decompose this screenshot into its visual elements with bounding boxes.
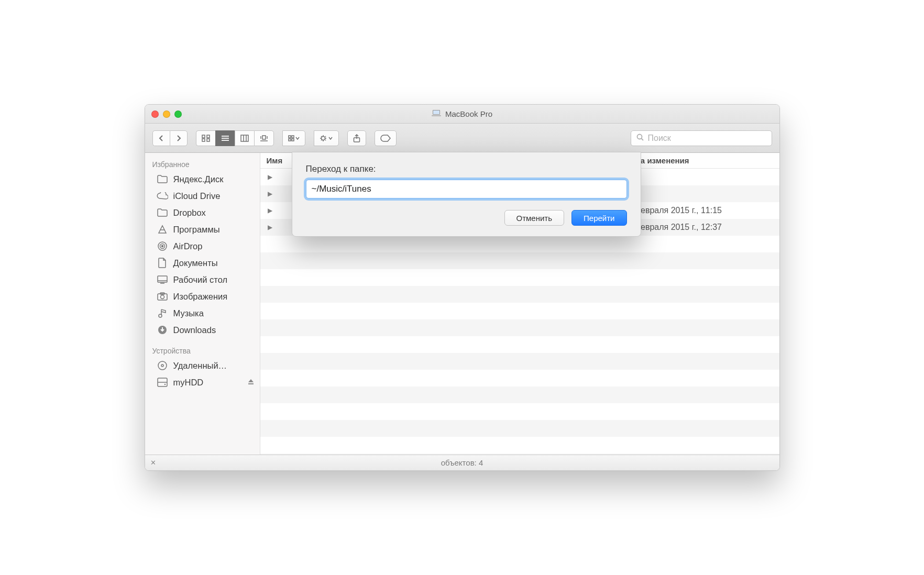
svg-rect-19 bbox=[289, 139, 291, 141]
svg-rect-6 bbox=[207, 139, 210, 141]
view-columns-button[interactable] bbox=[235, 130, 254, 146]
sidebar-item-label: Dropbox bbox=[173, 208, 206, 218]
svg-rect-4 bbox=[207, 135, 210, 138]
sidebar-item-label: Изображения bbox=[173, 292, 228, 302]
sidebar-item-label: Удаленный… bbox=[173, 361, 227, 371]
arrange-segment bbox=[282, 130, 305, 146]
camera-icon bbox=[157, 291, 168, 302]
sidebar-item-label: Downloads bbox=[173, 325, 216, 335]
svg-point-23 bbox=[637, 134, 642, 139]
svg-rect-20 bbox=[292, 139, 294, 141]
status-bar: ✕ объектов: 4 bbox=[145, 455, 779, 470]
disc-icon bbox=[157, 360, 168, 371]
svg-rect-5 bbox=[202, 139, 205, 141]
toolbar bbox=[145, 124, 779, 153]
window-title-text: MacBook Pro bbox=[445, 109, 492, 118]
disclosure-triangle-icon[interactable]: ▶ bbox=[268, 190, 272, 197]
table-row-empty bbox=[260, 303, 779, 319]
table-row-empty bbox=[260, 286, 779, 303]
sidebar-item-label: iCloud Drive bbox=[173, 191, 221, 201]
download-icon bbox=[157, 324, 168, 336]
disclosure-triangle-icon[interactable]: ▶ bbox=[268, 224, 272, 231]
search-icon bbox=[636, 134, 644, 143]
sidebar-item-dropbox[interactable]: Dropbox bbox=[145, 204, 260, 221]
sidebar-item-applications[interactable]: Программы bbox=[145, 221, 260, 238]
sidebar-item-airdrop[interactable]: AirDrop bbox=[145, 238, 260, 255]
eject-icon[interactable] bbox=[247, 378, 255, 388]
share-button[interactable] bbox=[347, 130, 366, 146]
folder-icon bbox=[157, 173, 168, 185]
sidebar-header-favorites: Избранное bbox=[145, 157, 260, 171]
path-icon[interactable]: ✕ bbox=[150, 459, 156, 467]
svg-point-37 bbox=[158, 361, 167, 370]
table-row-empty bbox=[260, 336, 779, 353]
svg-point-21 bbox=[321, 136, 325, 140]
sidebar-item-icloud[interactable]: iCloud Drive bbox=[145, 187, 260, 204]
svg-rect-42 bbox=[248, 383, 254, 384]
sidebar-item-label: Документы bbox=[173, 258, 218, 268]
hdd-icon bbox=[157, 377, 168, 388]
sidebar-item-myhdd[interactable]: myHDD bbox=[145, 374, 260, 391]
sidebar-item-desktop[interactable]: Рабочий стол bbox=[145, 271, 260, 288]
svg-point-40 bbox=[164, 384, 165, 385]
traffic-lights bbox=[151, 105, 182, 124]
svg-rect-18 bbox=[292, 136, 294, 138]
nav-back-forward bbox=[152, 130, 188, 146]
svg-rect-13 bbox=[262, 136, 266, 139]
tags-button[interactable] bbox=[375, 130, 397, 146]
view-icons-button[interactable] bbox=[196, 130, 215, 146]
table-row-empty bbox=[260, 269, 779, 286]
folder-icon bbox=[157, 207, 168, 218]
sidebar-item-label: AirDrop bbox=[173, 241, 203, 251]
finder-window: MacBook Pro bbox=[145, 104, 780, 471]
music-icon bbox=[157, 307, 168, 319]
zoom-icon[interactable] bbox=[174, 110, 182, 118]
arrange-button[interactable] bbox=[282, 130, 305, 146]
column-header-date[interactable]: Дата изменения bbox=[621, 153, 779, 168]
date-cell: 3 февраля 2015 г., 11:15 bbox=[621, 206, 779, 215]
desktop-icon bbox=[157, 274, 168, 285]
sidebar-item-documents[interactable]: Документы bbox=[145, 255, 260, 271]
disclosure-triangle-icon[interactable]: ▶ bbox=[268, 207, 272, 214]
table-row-empty bbox=[260, 236, 779, 252]
view-list-button[interactable] bbox=[215, 130, 235, 146]
go-button[interactable]: Перейти bbox=[571, 210, 626, 226]
disclosure-triangle-icon[interactable]: ▶ bbox=[268, 173, 272, 181]
table-row-empty bbox=[260, 319, 779, 336]
view-coverflow-button[interactable] bbox=[254, 130, 274, 146]
svg-rect-29 bbox=[158, 276, 167, 282]
table-row-empty bbox=[260, 403, 779, 420]
sidebar-item-downloads[interactable]: Downloads bbox=[145, 322, 260, 338]
forward-button[interactable] bbox=[170, 130, 188, 146]
sidebar-item-yandex-disk[interactable]: Яндекс.Диск bbox=[145, 171, 260, 187]
search-field[interactable] bbox=[631, 130, 772, 146]
action-button[interactable] bbox=[314, 130, 339, 146]
sidebar-item-remote-disc[interactable]: Удаленный… bbox=[145, 357, 260, 374]
sidebar-header-devices: Устройства bbox=[145, 344, 260, 357]
svg-rect-17 bbox=[289, 136, 291, 138]
sidebar-item-music[interactable]: Музыка bbox=[145, 305, 260, 322]
goto-folder-sheet: Переход к папке: Отменить Перейти bbox=[292, 152, 641, 237]
svg-point-38 bbox=[161, 364, 163, 367]
svg-point-33 bbox=[160, 295, 164, 299]
back-button[interactable] bbox=[152, 130, 170, 146]
search-input[interactable] bbox=[648, 134, 766, 143]
table-row-empty bbox=[260, 437, 779, 454]
table-row-empty bbox=[260, 420, 779, 437]
date-cell: 2 февраля 2015 г., 12:37 bbox=[621, 223, 779, 232]
airdrop-icon bbox=[157, 240, 168, 252]
close-icon[interactable] bbox=[151, 110, 159, 118]
status-text: объектов: 4 bbox=[441, 458, 483, 467]
laptop-icon bbox=[432, 109, 441, 118]
document-icon bbox=[157, 257, 168, 269]
cancel-button[interactable]: Отменить bbox=[504, 210, 565, 226]
sidebar-item-label: myHDD bbox=[173, 378, 204, 388]
sidebar-item-pictures[interactable]: Изображения bbox=[145, 288, 260, 305]
svg-point-35 bbox=[159, 314, 162, 317]
sidebar-item-label: Яндекс.Диск bbox=[173, 174, 224, 184]
minimize-icon[interactable] bbox=[163, 110, 170, 118]
window-title: MacBook Pro bbox=[432, 109, 492, 118]
goto-path-input[interactable] bbox=[306, 180, 627, 198]
sidebar-item-label: Музыка bbox=[173, 308, 204, 318]
titlebar: MacBook Pro bbox=[145, 105, 779, 124]
